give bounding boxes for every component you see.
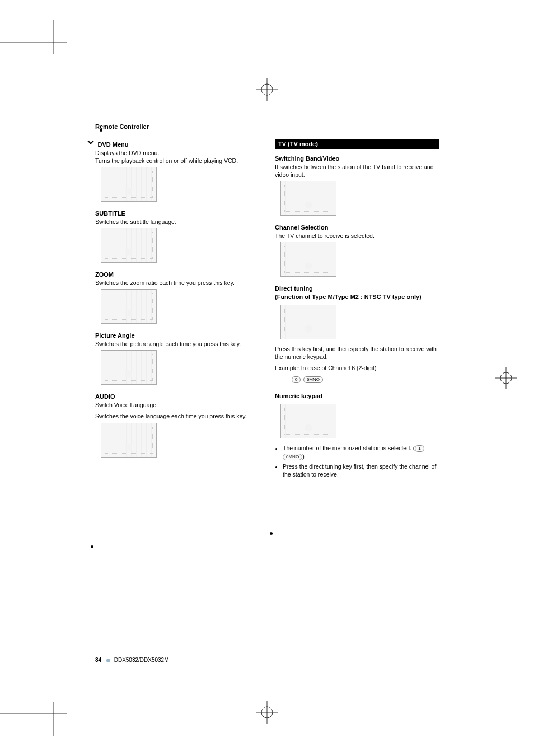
page-footer: 84 DDX5032/DDX5032M (95, 657, 169, 663)
remote-diagram (101, 423, 157, 458)
channel-selection-section: Channel Selection The TV channel to rece… (275, 223, 439, 277)
registration-mark-top (256, 78, 278, 101)
numeric-keypad-bullet-1: The number of the memorized station is s… (283, 444, 439, 460)
right-column: TV (TV mode) Switching Band/Video It swi… (275, 139, 439, 487)
remote-diagram (101, 289, 157, 324)
key-1-pill: 1 (415, 445, 424, 452)
decor-dot (91, 545, 93, 548)
audio-sub: Switch Voice Language (95, 401, 259, 409)
footer-dot-icon (106, 659, 110, 662)
remote-diagram (280, 305, 336, 339)
side-mark-bottom-left (0, 702, 67, 736)
numeric-keypad-bullets: The number of the memorized station is s… (275, 444, 439, 479)
switching-band-text: It switches between the station of the T… (275, 163, 439, 179)
switching-band-title: Switching Band/Video (275, 155, 439, 163)
channel-selection-text: The TV channel to receive is selected. (275, 232, 439, 240)
audio-title: AUDIO (95, 393, 259, 401)
left-column: DVD Menu Displays the DVD menu. Turns th… (95, 139, 259, 487)
subtitle-title: SUBTITLE (95, 209, 259, 218)
zoom-title: ZOOM (95, 270, 259, 279)
subtitle-text: Switches the subtitle language. (95, 218, 259, 226)
zoom-section: ZOOM Switches the zoom ratio each time y… (95, 270, 259, 324)
direct-tuning-title1: Direct tuning (275, 284, 439, 293)
picture-angle-text: Switches the picture angle each time you… (95, 340, 259, 348)
remote-diagram (280, 242, 336, 277)
remote-diagram (101, 350, 157, 385)
direct-tuning-example-label: Example: In case of Channel 6 (2-digit) (275, 364, 439, 372)
key-0-pill: 0 (292, 376, 301, 383)
picture-angle-title: Picture Angle (95, 332, 259, 340)
section-arrow-icon (87, 138, 93, 144)
direct-tuning-text: Press this key first, and then specify t… (275, 345, 439, 361)
numeric-keypad-bullet-2: Press the direct tuning key first, then … (283, 463, 439, 479)
registration-mark-bottom (256, 701, 278, 724)
bullet1-part-b: ) (302, 453, 305, 460)
direct-tuning-title2: (Function of Type M/Type M2 : NTSC TV ty… (275, 293, 439, 301)
bullet1-dash: – (424, 445, 429, 451)
dvd-menu-line2: Turns the playback control on or off whi… (95, 157, 259, 165)
example-keys: 0 6MNO (292, 374, 439, 384)
numeric-keypad-title: Numeric keypad (275, 392, 439, 400)
subtitle-section: SUBTITLE Switches the subtitle language. (95, 209, 259, 263)
numeric-keypad-section: Numeric keypad The number of the memoriz… (275, 392, 439, 479)
switching-band-section: Switching Band/Video It switches between… (275, 155, 439, 216)
channel-selection-title: Channel Selection (275, 223, 439, 232)
direct-tuning-section: Direct tuning (Function of Type M/Type M… (275, 284, 439, 384)
remote-diagram (280, 404, 336, 438)
zoom-text: Switches the zoom ratio each time you pr… (95, 279, 259, 287)
page-number: 84 (95, 657, 101, 663)
dvd-menu-section: DVD Menu Displays the DVD menu. Turns th… (95, 139, 259, 202)
model-name: DDX5032/DDX5032M (114, 657, 169, 663)
key-6-pill: 6MNO (283, 454, 302, 460)
side-mark-top-left (0, 20, 67, 54)
audio-text: Switches the voice language each time yo… (95, 412, 259, 420)
remote-diagram (101, 228, 157, 263)
bullet1-part-a: The number of the memorized station is s… (283, 445, 415, 451)
remote-diagram (280, 181, 336, 216)
page-content: Remote Controller DVD Menu Displays the … (95, 123, 439, 633)
audio-section: AUDIO Switch Voice Language Switches the… (95, 393, 259, 457)
remote-diagram (101, 167, 157, 202)
dvd-menu-title: DVD Menu (97, 141, 128, 148)
registration-mark-right (495, 367, 517, 389)
picture-angle-section: Picture Angle Switches the picture angle… (95, 332, 259, 385)
key-6-pill: 6MNO (303, 376, 323, 383)
dvd-menu-line1: Displays the DVD menu. (95, 149, 259, 157)
section-header: Remote Controller (95, 123, 439, 132)
tv-mode-topic-bar: TV (TV mode) (275, 139, 439, 149)
